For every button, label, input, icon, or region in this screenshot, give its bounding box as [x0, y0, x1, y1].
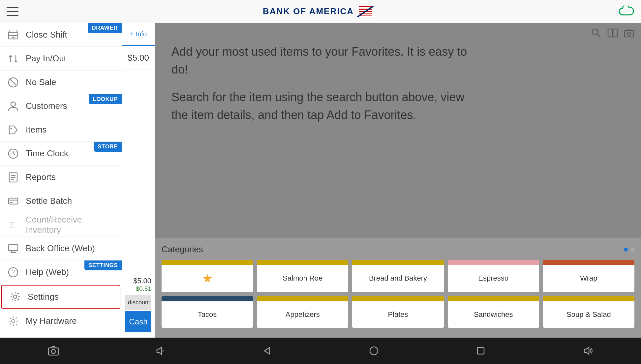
clock-icon: [7, 147, 20, 160]
info-tab[interactable]: + Info: [122, 23, 155, 46]
svg-point-36: [12, 319, 15, 323]
right-toolbar: [584, 23, 641, 43]
sidebar-item-pay-in-out[interactable]: Pay In/Out: [0, 47, 122, 71]
sidebar-label-back-office: Back Office (Web): [26, 243, 95, 254]
category-card-salmon-roe[interactable]: Salmon Roe: [257, 260, 348, 292]
cloud-status-icon[interactable]: [618, 6, 634, 17]
svg-rect-50: [477, 348, 484, 354]
sidebar-item-back-office[interactable]: Back Office (Web): [0, 237, 122, 260]
dot-2: [630, 248, 634, 252]
camera-icon[interactable]: [624, 28, 634, 38]
middle-totals: $5.00 $0.51 discount Cash: [122, 271, 155, 338]
bank-name: BANK OF AMERICA: [263, 6, 354, 16]
search-icon[interactable]: [591, 28, 601, 38]
sidebar-item-reports[interactable]: Reports: [0, 166, 122, 189]
report-icon: [7, 171, 20, 184]
bottom-volume-up-icon[interactable]: [578, 341, 597, 361]
svg-point-39: [592, 29, 598, 35]
svg-line-40: [597, 34, 600, 37]
sidebar-item-no-sale[interactable]: No Sale: [0, 71, 122, 94]
category-color-tacos: [162, 296, 253, 301]
sidebar-item-customers[interactable]: Customers LOOKUP: [0, 94, 122, 118]
svg-rect-27: [9, 245, 18, 251]
info-tab-label: Info: [136, 30, 147, 38]
bottom-nav-bar: [0, 338, 641, 364]
category-color-soup-salad: [543, 296, 634, 301]
sidebar-item-close-shift[interactable]: Close Shift DRAWER: [0, 23, 122, 47]
svg-point-14: [11, 102, 15, 106]
svg-rect-42: [613, 29, 617, 37]
no-sale-icon: [7, 76, 20, 89]
main-layout: Close Shift DRAWER Pay In/Out: [0, 23, 641, 338]
category-name-salmon-roe: Salmon Roe: [257, 265, 348, 291]
category-name-bread-bakery: Bread and Bakery: [352, 265, 443, 291]
sidebar-label-no-sale: No Sale: [26, 77, 56, 87]
subtotal-display: $5.00: [125, 277, 151, 285]
sidebar-item-my-hardware[interactable]: My Hardware: [0, 309, 122, 333]
drawer-badge: DRAWER: [88, 23, 122, 33]
credit-card-icon: [7, 195, 20, 208]
settings-badge: SETTINGS: [84, 260, 122, 270]
bottom-home-icon[interactable]: [364, 341, 384, 361]
category-name-sandwiches: Sandwiches: [448, 301, 539, 328]
middle-price: $5.00: [122, 46, 155, 70]
category-name-appetizers: Appetizers: [257, 301, 348, 328]
category-color-salmon-roe: [257, 260, 348, 265]
category-color-appetizers: [257, 296, 348, 301]
grid-view-icon[interactable]: [607, 28, 618, 38]
cash-button[interactable]: Cash: [125, 311, 151, 332]
sidebar-item-items[interactable]: Items: [0, 118, 122, 142]
categories-title: Categories: [162, 244, 203, 255]
svg-point-49: [370, 347, 378, 355]
sidebar-item-time-clock[interactable]: Time Clock STORE: [0, 142, 122, 166]
favorites-line1: Add your most used items to your Favorit…: [171, 43, 625, 78]
category-name-soup-salad: Soup & Salad: [543, 301, 634, 328]
category-card-plates[interactable]: Plates: [352, 296, 443, 328]
svg-point-15: [11, 128, 12, 129]
gear-icon: [9, 290, 22, 303]
monitor-icon: [7, 242, 20, 255]
category-card-appetizers[interactable]: Appetizers: [257, 296, 348, 328]
category-color-espresso: [448, 260, 539, 265]
category-card-sandwiches[interactable]: Sandwiches: [448, 296, 539, 328]
discount-button[interactable]: discount: [125, 295, 151, 310]
sidebar-item-training-mode[interactable]: Enter Training Mode: [0, 333, 122, 338]
category-card-tacos[interactable]: Tacos: [162, 296, 253, 328]
sidebar-label-my-hardware: My Hardware: [26, 316, 77, 326]
category-card-espresso[interactable]: Espresso: [448, 260, 539, 292]
sidebar-label-customers: Customers: [26, 101, 67, 111]
category-color-bread: [352, 260, 443, 265]
category-name-plates: Plates: [352, 301, 443, 328]
tax-display: $0.51: [125, 285, 151, 292]
star-icon: ★: [202, 272, 213, 286]
bottom-back-icon[interactable]: [257, 341, 277, 361]
hamburger-menu-icon[interactable]: [7, 7, 18, 16]
bottom-volume-down-icon[interactable]: [150, 341, 170, 361]
bank-flag-icon: [357, 6, 374, 17]
svg-point-44: [627, 32, 631, 35]
svg-rect-45: [48, 348, 58, 355]
sidebar-item-count-inventory[interactable]: Σ Count/Receive Inventory: [0, 213, 122, 237]
category-card-wrap[interactable]: Wrap: [543, 260, 634, 292]
gear2-icon: [7, 315, 20, 328]
category-card-soup-salad[interactable]: Soup & Salad: [543, 296, 634, 328]
svg-rect-41: [608, 29, 612, 37]
svg-rect-25: [10, 202, 13, 203]
bottom-camera-icon[interactable]: [44, 341, 63, 361]
sidebar-item-help[interactable]: ? Help (Web) SETTINGS: [0, 260, 122, 284]
category-row-2: Tacos Appetizers Plates: [162, 296, 634, 328]
sidebar-item-settle-batch[interactable]: Settle Batch: [0, 189, 122, 213]
svg-line-13: [10, 79, 16, 86]
sidebar-label-pay-in-out: Pay In/Out: [26, 53, 66, 64]
category-card-star[interactable]: ★: [162, 260, 253, 292]
price-display: $5.00: [128, 53, 149, 63]
sidebar: Close Shift DRAWER Pay In/Out: [0, 23, 122, 338]
category-card-bread-bakery[interactable]: Bread and Bakery: [352, 260, 443, 292]
question-icon: ?: [7, 266, 20, 279]
bottom-square-icon[interactable]: [471, 341, 491, 361]
sidebar-item-settings[interactable]: Settings: [1, 285, 120, 309]
sidebar-label-help: Help (Web): [26, 267, 69, 277]
category-name-espresso: Espresso: [448, 265, 539, 291]
svg-marker-51: [584, 347, 589, 354]
category-name-tacos: Tacos: [162, 301, 253, 328]
